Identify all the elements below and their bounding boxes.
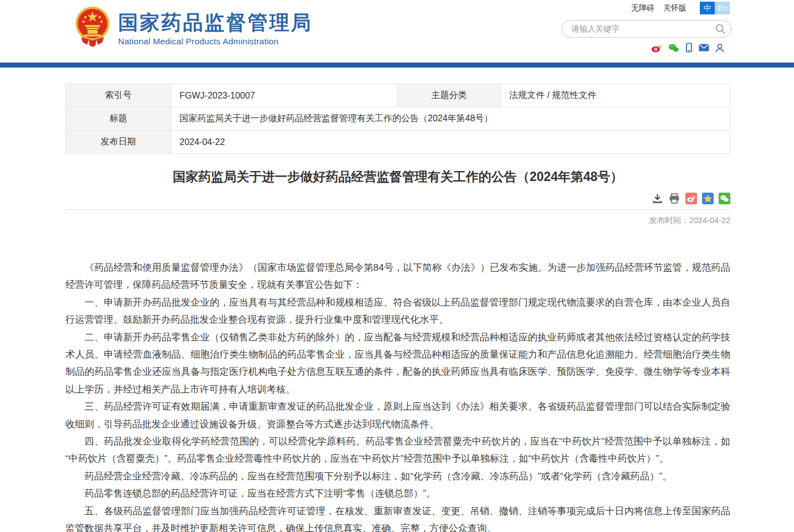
lang-en-button[interactable]: En [715,2,730,14]
share-qzone-icon [703,194,713,203]
download-icon [652,193,663,204]
mail-icon[interactable] [699,44,709,51]
meta-label-index: 索引号 [66,84,171,107]
search-button[interactable] [712,20,729,37]
meta-value-title: 国家药监局关于进一步做好药品经营监督管理有关工作的公告（2024年第48号） [171,107,730,131]
article-toolbar [65,193,730,210]
share-weibo-icon [687,194,696,203]
paragraph: 四、药品批发企业取得化学药经营范围的，可以经营化学原料药。药品零售企业经营罂粟壳… [65,433,730,468]
utility-nav: 无障碍 关怀版 中 En [631,2,730,14]
site-title-block: 国家药品监督管理局 National Medical Products Admi… [118,11,313,47]
paragraph: 药品经营企业经营冷藏、冷冻药品的，应当在经营范围项下分别予以标注，如“化学药（含… [65,468,730,485]
wechat-icon[interactable] [668,43,679,53]
page-title: 国家药监局关于进一步做好药品经营监督管理有关工作的公告（2024年第48号） [65,168,730,185]
meta-value-category: 法规文件 / 规范性文件 [501,84,730,107]
publish-time: 发布时间：2024-04-22 [65,215,730,226]
table-row: 标题 国家药监局关于进一步做好药品经营监督管理有关工作的公告（2024年第48号… [66,107,730,131]
weibo-icon[interactable] [651,43,662,53]
meta-value-index: FGWJ-2023-10007 [171,84,398,107]
print-button[interactable] [668,193,680,204]
accessibility-link[interactable]: 无障碍 [631,3,654,13]
search-input[interactable] [562,24,712,33]
article-page: 索引号 FGWJ-2023-10007 主题分类 法规文件 / 规范性文件 标题… [65,84,730,532]
share-wechat-button[interactable] [719,193,730,204]
paragraph: 药品零售连锁总部的药品经营许可证，应当在经营方式下注明“零售（连锁总部）”。 [65,485,730,502]
search-icon [714,23,726,35]
meta-label-title: 标题 [66,107,171,131]
site-header: 国家药品监督管理局 National Medical Products Admi… [0,0,794,63]
national-emblem-logo [74,4,111,49]
meta-label-pubdate: 发布日期 [66,131,171,154]
site-title: 国家药品监督管理局 [118,11,313,34]
document-meta-table: 索引号 FGWJ-2023-10007 主题分类 法规文件 / 规范性文件 标题… [65,84,730,154]
article-body: 《药品经营和使用质量监督管理办法》（国家市场监督管理总局令第84号，以下简称《办… [65,259,730,532]
print-icon [668,193,680,204]
meta-label-category: 主题分类 [398,84,501,107]
lang-zh-button[interactable]: 中 [700,2,715,14]
share-weibo-button[interactable] [685,193,697,204]
download-button[interactable] [652,193,663,204]
paragraph: 三、药品经营许可证有效期届满，申请重新审查发证的药品批发企业，原则上应当达到《办… [65,398,730,433]
header-social-icons [651,43,724,53]
share-wechat-icon [720,194,729,203]
header-divider-bar [0,63,794,68]
paragraph: 一、申请新开办药品批发企业的，应当具有与其经营品种和规模相适应、符合省级以上药品… [65,294,730,329]
care-version-link[interactable]: 关怀版 [663,3,687,13]
meta-value-pubdate: 2024-04-22 [171,131,730,154]
share-qzone-button[interactable] [702,193,714,204]
language-switch: 中 En [700,2,730,14]
paragraph: 二、申请新开办药品零售企业（仅销售乙类非处方药的除外）的，应当配备与经营规模和经… [65,329,730,399]
mobile-icon[interactable] [685,43,693,53]
table-row: 索引号 FGWJ-2023-10007 主题分类 法规文件 / 规范性文件 [66,84,730,107]
paragraph: 《药品经营和使用质量监督管理办法》（国家市场监督管理总局令第84号，以下简称《办… [65,259,730,294]
table-row: 发布日期 2024-04-22 [66,131,730,154]
user-icon[interactable] [715,43,724,53]
site-subtitle: National Medical Products Administration [118,37,313,47]
search-bar [561,20,731,38]
paragraph: 五、各级药品监督管理部门应当加强药品经营许可证管理，在核发、重新审查发证、变更、… [65,503,730,532]
